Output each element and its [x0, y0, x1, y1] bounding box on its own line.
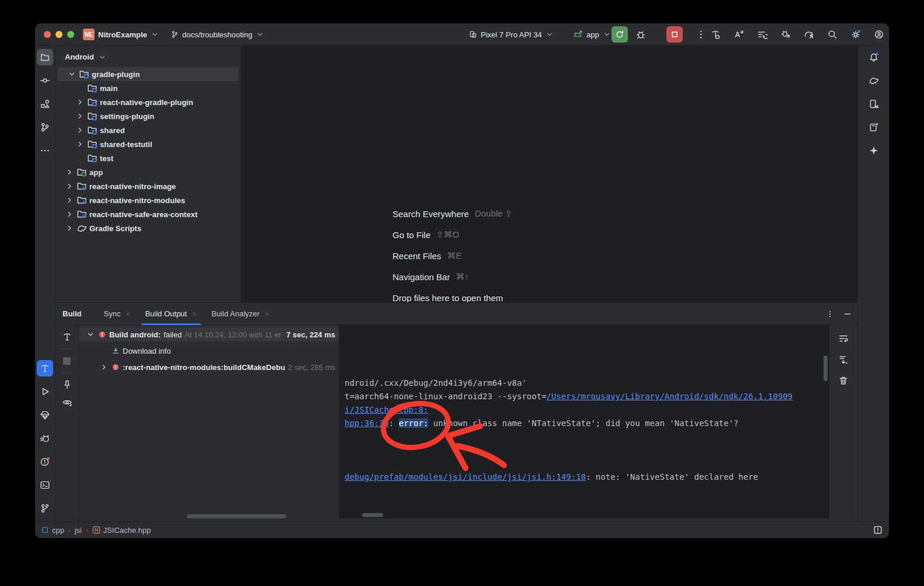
project-tree-item-settings-plugin[interactable]: settings-plugin [55, 109, 241, 123]
console-file-link[interactable]: /Users/mrousavy/Library/Android/sdk/ndk/… [547, 392, 793, 401]
soft-wrap-icon [838, 333, 849, 344]
build-tab-build-analyzer[interactable]: Build Analyzer [204, 303, 277, 325]
tree-chevron[interactable] [75, 126, 85, 134]
project-tree-item-main[interactable]: main [55, 81, 241, 95]
tool-window-button-terminal[interactable] [37, 477, 53, 493]
tool-window-button-running-devices[interactable] [866, 119, 882, 135]
apply-code-changes-button[interactable] [754, 26, 770, 43]
project-view-name: Android [65, 53, 94, 61]
tree-chevron[interactable] [67, 70, 77, 78]
console-file-link[interactable]: i/JSICache.cpp:8: [345, 405, 428, 414]
minimize-window-button[interactable] [55, 31, 62, 38]
breadcrumb-item[interactable]: JSICache.hpp [92, 526, 151, 535]
tree-chevron[interactable] [65, 224, 74, 232]
console-file-link[interactable]: debug/prefab/modules/jsi/include/jsi/jsi… [345, 472, 586, 482]
attach-debugger-button[interactable] [777, 26, 794, 43]
console-vscrollbar[interactable] [824, 355, 828, 381]
project-widget[interactable]: NE NitroExample [83, 23, 159, 46]
project-tree-item-Gradle Scripts[interactable]: Gradle Scripts [55, 221, 241, 235]
project-tree-item-shared[interactable]: shared [55, 123, 241, 137]
project-tree-item-gradle-plugin[interactable]: gradle-plugin [58, 67, 238, 81]
clear-all-button[interactable] [837, 374, 850, 387]
tool-window-button-notifications[interactable] [866, 49, 882, 65]
view-options-button[interactable] [60, 395, 74, 409]
rerun-button[interactable] [612, 26, 628, 43]
tool-window-button-problems[interactable] [37, 454, 53, 470]
tool-window-button-version-control[interactable] [37, 500, 53, 517]
tool-window-button-device-manager[interactable] [866, 96, 882, 112]
project-view-selector[interactable]: Android [55, 46, 241, 67]
chevron-right-icon [65, 168, 74, 176]
project-tree-item-test[interactable]: test [55, 151, 241, 165]
tool-window-button-build[interactable] [37, 360, 53, 376]
console-text: : note: 'NativeState' declared here [586, 472, 758, 482]
tree-chevron[interactable] [65, 182, 74, 190]
project-tree-item-app[interactable]: app [55, 165, 241, 179]
tree-chevron[interactable] [65, 168, 74, 176]
close-window-button[interactable] [44, 31, 51, 38]
tool-window-button-gradle[interactable] [866, 72, 882, 89]
tree-chevron[interactable] [99, 363, 109, 371]
hide-tool-window-icon[interactable] [843, 310, 852, 318]
project-tree-item-react-native-gradle-plugin[interactable]: react-native-gradle-plugin [55, 95, 241, 109]
breadcrumb-item[interactable]: jsi [75, 526, 82, 535]
stop-button[interactable] [666, 26, 683, 43]
build-tab-sync[interactable]: Sync [97, 303, 138, 325]
build-tree-item[interactable]: :react-native-nitro-modules:buildCMakeDe… [79, 360, 339, 374]
gradle-sync-button[interactable] [801, 26, 817, 43]
tool-window-button-app-quality-insights[interactable] [37, 407, 53, 423]
tree-item-label: test [100, 154, 113, 163]
soft-wrap-button[interactable] [837, 332, 850, 345]
tree-chevron[interactable] [65, 210, 74, 218]
tool-window-button-run[interactable] [37, 383, 53, 400]
tool-window-button-commit[interactable] [37, 72, 53, 89]
status-indicator-icon[interactable] [873, 525, 883, 535]
tool-window-button-assistant[interactable] [866, 142, 882, 159]
breadcrumb-item[interactable]: cpp [41, 526, 64, 535]
editor-shortcut-hint: Recent Files⌘E [392, 245, 512, 266]
pin-tab-button[interactable] [60, 378, 74, 392]
project-icon [40, 52, 50, 62]
tree-chevron[interactable] [75, 112, 85, 120]
close-tab-icon[interactable] [192, 311, 197, 317]
vcs-branch-widget[interactable]: docs/troubleshooting [171, 23, 264, 46]
editor-shortcut-hint: Navigation Bar⌘↑ [392, 266, 512, 287]
tree-chevron[interactable] [75, 98, 85, 106]
project-tree-item-react-native-nitro-image[interactable]: react-native-nitro-image [55, 179, 241, 193]
build-options-kebab-icon[interactable] [826, 310, 834, 318]
console-hscrollbar[interactable] [362, 513, 383, 517]
tree-chevron[interactable] [75, 140, 85, 148]
build-tree-hscrollbar[interactable] [187, 514, 286, 518]
build-tree-item[interactable]: Build android: failedAt 14.10.24, 12:00 … [79, 327, 339, 341]
tool-window-button-vcs-graph[interactable] [37, 119, 53, 135]
run-configuration-selector[interactable]: app [572, 23, 611, 46]
project-tree-item-react-native-nitro-modules[interactable]: react-native-nitro-modules [55, 193, 241, 207]
close-tab-icon[interactable] [125, 311, 131, 317]
tool-window-button-more-tools[interactable] [37, 142, 53, 159]
more-run-options-button[interactable] [693, 26, 709, 43]
build-tree-item[interactable]: Download info [79, 344, 339, 358]
build-tab-build-output[interactable]: Build Output [138, 303, 204, 325]
device-selector[interactable]: Pixel 7 Pro API 34 [469, 23, 554, 46]
blue-square-icon [41, 526, 49, 534]
zoom-window-button[interactable] [67, 31, 74, 38]
tree-chevron[interactable] [86, 330, 95, 339]
close-tab-icon[interactable] [264, 311, 270, 317]
build-project-button[interactable] [707, 26, 724, 43]
settings-button[interactable] [847, 26, 864, 43]
debug-button[interactable] [633, 26, 649, 43]
project-tree-item-shared-testutil[interactable]: shared-testutil [55, 137, 241, 151]
search-everywhere-button[interactable] [824, 26, 840, 43]
account-button[interactable] [871, 26, 887, 43]
project-tree-item-react-native-safe-area-context[interactable]: react-native-safe-area-context [55, 207, 241, 221]
tool-window-button-resource-manager[interactable] [37, 96, 53, 112]
apply-changes-button[interactable] [731, 26, 747, 43]
tree-chevron[interactable] [65, 196, 74, 204]
tool-window-button-logcat[interactable] [37, 430, 53, 447]
tool-window-button-project[interactable] [37, 49, 53, 65]
console-file-link[interactable]: hpp:36:36 [345, 418, 389, 428]
rerun-build-button[interactable] [60, 330, 74, 344]
gradle-sync-icon [804, 29, 814, 40]
scroll-to-end-button[interactable] [837, 353, 850, 366]
stop-build-button[interactable] [60, 354, 74, 368]
